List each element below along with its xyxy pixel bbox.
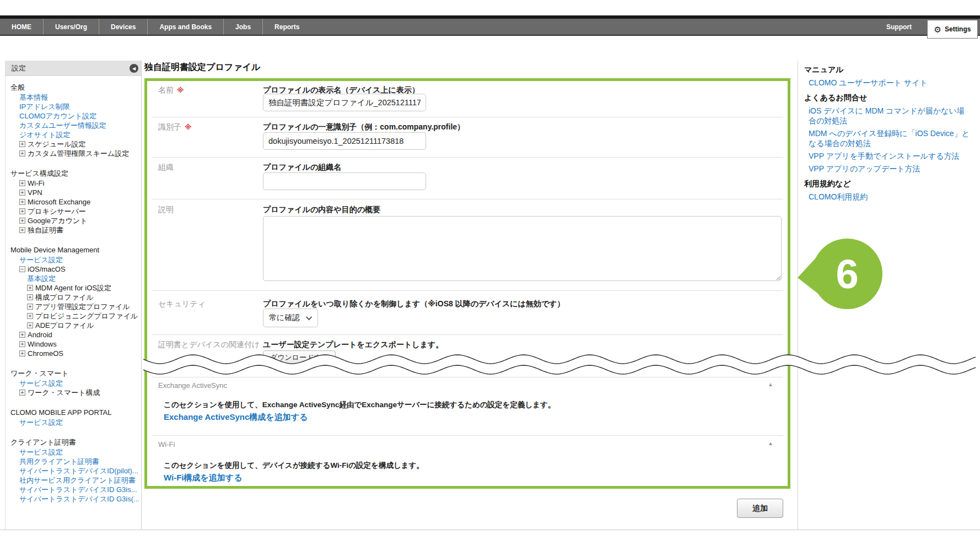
expand-plus-icon[interactable]: +: [19, 218, 25, 224]
sidebar-item[interactable]: サイバートラストデバイスID(pilot)...: [5, 466, 141, 476]
sidebar-item-label[interactable]: サイバートラストデバイスID G3is...: [19, 485, 137, 494]
sidebar-item[interactable]: サイバートラストデバイスID G3is...: [5, 485, 141, 494]
sidebar-item[interactable]: 基本情報: [5, 93, 141, 102]
sidebar-item[interactable]: +カスタム管理権限スキーム設定: [5, 149, 141, 158]
sidebar-item[interactable]: +ADEプロファイル: [5, 321, 141, 330]
sidebar-item-label[interactable]: 基本情報: [19, 93, 48, 102]
nav-item-devices[interactable]: Devices: [99, 19, 147, 35]
sidebar-item-label[interactable]: サイバートラストデバイスID G3is(...: [19, 494, 139, 504]
sidebar-item[interactable]: +独自証明書: [5, 225, 141, 235]
sidebar-item[interactable]: CLOMOアカウント設定: [5, 111, 141, 121]
nav-support[interactable]: Support: [880, 19, 918, 35]
expand-plus-icon[interactable]: +: [27, 313, 33, 319]
sidebar-item[interactable]: サイバートラストデバイスID G3is(...: [5, 494, 141, 504]
sidebar-item[interactable]: サービス設定: [5, 379, 141, 388]
tab-settings[interactable]: ⚙ Settings: [927, 20, 978, 39]
help-link[interactable]: CLOMO利用規約: [804, 192, 971, 202]
help-link[interactable]: MDM へのデバイス登録時に「iOS Device」となる場合の対処法: [804, 128, 971, 148]
expand-plus-icon[interactable]: +: [19, 208, 25, 214]
collapse-minus-icon[interactable]: −: [19, 266, 25, 272]
nav-item-home[interactable]: HOME: [0, 19, 43, 35]
sidebar-item[interactable]: +プロビジョニングプロファイル: [5, 311, 141, 321]
nav-item-users-org[interactable]: Users/Org: [43, 19, 99, 35]
expand-plus-icon[interactable]: +: [19, 341, 25, 347]
profile-description-textarea[interactable]: [263, 216, 782, 281]
sidebar-item[interactable]: +構成プロファイル: [5, 293, 141, 302]
sidebar-item-label[interactable]: IPアドレス制限: [19, 102, 70, 111]
expand-plus-icon[interactable]: +: [27, 294, 33, 300]
sidebar-item[interactable]: +プロキシサーバー: [5, 207, 141, 216]
sidebar-item[interactable]: +ワーク・スマート構成: [5, 388, 141, 397]
profile-identifier-input[interactable]: [263, 132, 426, 150]
sidebar-item[interactable]: +Windows: [5, 339, 141, 349]
help-link[interactable]: iOS デバイスに MDM コマンドが届かない場合の対処法: [804, 106, 971, 126]
sidebar-item[interactable]: +VPN: [5, 188, 141, 197]
expand-plus-icon[interactable]: +: [19, 350, 25, 356]
sidebar-item[interactable]: 社内サービス用クライアント証明書: [5, 476, 141, 485]
sidebar-item-label[interactable]: サービス設定: [19, 255, 63, 264]
sidebar-item-label[interactable]: サービス設定: [19, 418, 63, 427]
annotation-callout-6: 6: [793, 234, 890, 316]
nav-item-jobs[interactable]: Jobs: [223, 19, 262, 35]
sidebar-item-label[interactable]: カスタムユーザー情報設定: [19, 121, 106, 130]
sidebar-item[interactable]: サービス設定: [5, 447, 141, 457]
expand-plus-icon[interactable]: +: [19, 190, 25, 196]
sidebar-item[interactable]: IPアドレス制限: [5, 102, 141, 111]
sidebar-item[interactable]: +Microsoft Exchange: [5, 197, 141, 207]
section-description: このセクションを使用して、Exchange ActiveSync経由でExcha…: [164, 400, 555, 410]
field-description: プロファイルの内容や目的の概要: [263, 205, 380, 215]
chevron-left-circle-icon[interactable]: ◀: [130, 64, 138, 73]
sidebar-item-label[interactable]: サービス設定: [19, 447, 63, 457]
add-configuration-link[interactable]: Exchange ActiveSync構成を追加する: [164, 412, 308, 423]
sidebar-item[interactable]: 共用クライアント証明書: [5, 457, 141, 466]
sidebar-item-label[interactable]: ジオサイト設定: [19, 130, 71, 139]
help-link[interactable]: VPP アプリを手動でインストールする方法: [804, 151, 971, 161]
add-configuration-link[interactable]: Wi-Fi構成を追加する: [164, 473, 243, 483]
sidebar-item[interactable]: +Googleアカウント: [5, 216, 141, 225]
sidebar-item[interactable]: ジオサイト設定: [5, 130, 141, 139]
expand-plus-icon[interactable]: +: [19, 390, 25, 396]
chevron-down-icon: [306, 314, 312, 320]
security-removal-select[interactable]: 常に確認: [263, 309, 318, 327]
sidebar-item[interactable]: +Wi-Fi: [5, 179, 141, 188]
expand-plus-icon[interactable]: +: [19, 227, 25, 233]
sidebar-item[interactable]: +Android: [5, 330, 141, 339]
expand-plus-icon[interactable]: +: [19, 180, 25, 186]
expand-plus-icon[interactable]: +: [19, 199, 25, 205]
required-mark: ※: [177, 86, 184, 94]
sidebar-item-label[interactable]: 共用クライアント証明書: [19, 457, 99, 466]
expand-plus-icon[interactable]: +: [19, 141, 25, 147]
sidebar-item-label[interactable]: サービス設定: [19, 379, 63, 388]
sidebar-item-label[interactable]: サイバートラストデバイスID(pilot)...: [19, 466, 138, 476]
collapse-up-arrow-icon[interactable]: ▲: [768, 381, 773, 387]
organization-input[interactable]: [263, 172, 426, 190]
help-link[interactable]: CLOMO ユーザーサポート サイト: [804, 78, 971, 88]
sidebar-item[interactable]: カスタムユーザー情報設定: [5, 121, 141, 130]
expand-plus-icon[interactable]: +: [27, 285, 33, 291]
expand-plus-icon[interactable]: +: [19, 150, 25, 156]
sidebar-item[interactable]: +ChromeOS: [5, 349, 141, 358]
sidebar-item[interactable]: −iOS/macOS: [5, 264, 141, 274]
field-description: ユーザー設定テンプレートをエクスポートします。: [263, 340, 443, 350]
sidebar-item[interactable]: 基本設定: [5, 274, 141, 283]
sidebar-item[interactable]: サービス設定: [5, 255, 141, 264]
sidebar-item-label[interactable]: 社内サービス用クライアント証明書: [19, 476, 136, 485]
sidebar-item[interactable]: +スケジュール設定: [5, 139, 141, 149]
nav-item-reports[interactable]: Reports: [262, 19, 311, 35]
sidebar-header: 設定 ◀: [5, 61, 141, 76]
sidebar-item[interactable]: +MDM Agent for iOS設定: [5, 283, 141, 293]
form-row-label: 名前※: [158, 85, 184, 95]
expand-plus-icon[interactable]: +: [27, 304, 33, 310]
settings-sidebar: 設定 ◀: [5, 61, 141, 76]
nav-item-apps-and-books[interactable]: Apps and Books: [147, 19, 223, 35]
sidebar-item-label[interactable]: CLOMOアカウント設定: [19, 111, 96, 121]
expand-plus-icon[interactable]: +: [27, 322, 33, 328]
add-button[interactable]: 追加: [737, 499, 783, 518]
collapse-up-arrow-icon[interactable]: ▲: [768, 440, 773, 446]
sidebar-item[interactable]: +アプリ管理設定プロファイル: [5, 302, 141, 311]
help-link[interactable]: VPP アプリのアップデート方法: [804, 164, 971, 174]
expand-plus-icon[interactable]: +: [19, 332, 25, 338]
profile-name-input[interactable]: [263, 94, 426, 111]
sidebar-item[interactable]: サービス設定: [5, 418, 141, 427]
sidebar-item-label[interactable]: 基本設定: [27, 274, 56, 283]
